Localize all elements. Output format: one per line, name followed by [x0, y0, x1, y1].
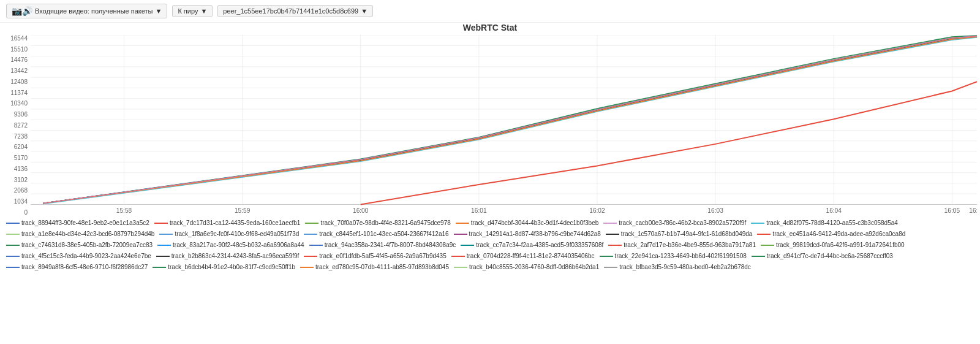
legend-color [153, 267, 166, 268]
legend-color [608, 245, 622, 246]
y-axis: 16544 15510 14476 13442 12408 11374 1034… [3, 35, 31, 216]
legend-item: track_ed780c95-07db-4111-ab85-97d893b8d0… [300, 262, 449, 272]
legend-color [752, 256, 765, 257]
legend-color [300, 267, 314, 268]
chevron-down-icon3: ▼ [361, 7, 368, 15]
chart-title: WebRTC Stat [0, 23, 980, 32]
legend-item: track_0704d228-ff9f-4c11-81e2-8744035406… [451, 251, 595, 261]
legend: track_88944ff3-90fe-48e1-9eb2-e0e1c1a3a5… [0, 216, 980, 275]
legend-item: track_b6dcb4b4-91e2-4b0e-81f7-c9cd9c50ff… [153, 262, 295, 272]
legend-color [305, 223, 318, 224]
legend-item: track_4d82f075-78d8-4120-aa55-c3b3c058d5… [751, 218, 898, 228]
peer-id-label: peer_1c55ee17bc0b47b71441e1c0c5d8c699 [223, 7, 358, 15]
legend-item: track_cacb00e3-f86c-46b2-bca3-8902a5720f… [603, 218, 746, 228]
video-dropdown-label: Входящие видео: полученные пакеты [35, 7, 153, 15]
legend-color [751, 223, 764, 224]
legend-color [6, 234, 20, 235]
peer-dropdown-label: К пиру [178, 7, 198, 15]
legend-item: track_88944ff3-90fe-48e1-9eb2-e0e1c1a3a5… [6, 218, 149, 228]
legend-color [761, 245, 774, 246]
legend-item: track_ec451a46-9412-49da-adee-a92d6ca0ca… [757, 229, 905, 239]
legend-color [156, 256, 170, 257]
legend-item: track_7dc17d31-ca12-4435-9eda-160ce1aecf… [154, 218, 301, 228]
legend-item: track_2af7d17e-b36e-4be9-855d-963ba7917a… [608, 240, 756, 250]
legend-color [456, 223, 469, 224]
legend-item: track_83a217ac-90f2-48c5-b032-a6a6906a8a… [157, 240, 304, 250]
legend-color [451, 256, 465, 257]
legend-item: track_b2b863c4-2314-4243-8fa5-ac96eca59f… [156, 251, 300, 261]
legend-item: track_a1e8e44b-d34e-42c3-bcd6-08797b294d… [6, 229, 154, 239]
legend-item: track_d474bcbf-3044-4b3c-9d1f-4dec1b0f3b… [456, 218, 599, 228]
toolbar: 📷🔊 Входящие видео: полученные пакеты ▼ К… [0, 0, 980, 23]
legend-color [304, 256, 317, 257]
legend-item: track_c8445ef1-101c-43ec-a504-23667f412a… [304, 229, 448, 239]
legend-item: track_c74631d8-38e5-405b-a2fb-72009ea7cc… [6, 240, 153, 250]
legend-color [604, 267, 617, 268]
legend-color [309, 245, 323, 246]
legend-color [154, 223, 168, 224]
legend-color [157, 245, 171, 246]
legend-item: track_94ac358a-2341-4f7b-8007-8bd484308a… [309, 240, 456, 250]
legend-color [454, 234, 467, 235]
legend-color [304, 234, 317, 235]
legend-color [6, 267, 20, 268]
svg-text:15:59: 15:59 [235, 207, 251, 214]
legend-color [159, 234, 173, 235]
legend-color [461, 245, 474, 246]
legend-item: track_22e941ca-1233-4649-bb6d-402f619915… [600, 251, 747, 261]
video-dropdown[interactable]: 📷🔊 Входящие видео: полученные пакеты ▼ [6, 4, 167, 18]
legend-color [454, 267, 467, 268]
legend-item: track_d941cf7c-de7d-44bc-bc6a-25687cccff… [752, 251, 893, 261]
legend-item: track_4f5c15c3-feda-44b9-9023-2aa424e6e7… [6, 251, 151, 261]
svg-text:16:03: 16:03 [707, 207, 723, 214]
chevron-down-icon2: ▼ [200, 7, 207, 15]
legend-color [600, 256, 613, 257]
svg-text:15:58: 15:58 [116, 207, 132, 214]
svg-text:16:05: 16:05 [944, 207, 960, 214]
legend-item: track_8949a8f8-6cf5-48e6-9710-f6f28986dc… [6, 262, 148, 272]
legend-item: track_142914a1-8d87-4f38-b796-c9be744d62… [454, 229, 601, 239]
svg-text:16:00: 16:00 [353, 207, 369, 214]
legend-item: track_99819dcd-0fa6-42f6-a991-91a72641fb… [761, 240, 905, 250]
chart-plot: 15:58 15:59 16:00 16:01 16:02 16:03 16:0… [31, 35, 977, 216]
legend-item: track_1f8a6e9c-fc0f-410c-9f68-ed49a051f7… [159, 229, 299, 239]
camera-icon: 📷🔊 [12, 6, 32, 16]
peer-id-dropdown[interactable]: peer_1c55ee17bc0b47b71441e1c0c5d8c699 ▼ [217, 5, 373, 17]
legend-color [6, 223, 20, 224]
svg-text:16:02: 16:02 [589, 207, 605, 214]
legend-item: track_bfbae3d5-9c59-480a-bed0-4eb2a2b678… [604, 262, 751, 272]
legend-color [6, 256, 20, 257]
chart-svg: 15:58 15:59 16:00 16:01 16:02 16:03 16:0… [31, 35, 977, 216]
legend-item: track_cc7a7c34-f2aa-4385-acd5-9f03335760… [461, 240, 603, 250]
legend-item: track_70f0a07e-98db-4f4e-8321-6a9475dce9… [305, 218, 450, 228]
legend-color [606, 234, 619, 235]
legend-color [757, 234, 771, 235]
legend-color [6, 245, 20, 246]
chevron-down-icon: ▼ [156, 7, 162, 15]
legend-item: track_1c570a67-b1b7-49a4-9fc1-61d68bd049… [606, 229, 753, 239]
legend-item: track_e0f1dfdb-5af5-4f45-a656-2a9a67b9d4… [304, 251, 446, 261]
legend-item: track_b40c8555-2036-4760-8dff-0d86b64b2d… [454, 262, 599, 272]
svg-text:16:01: 16:01 [471, 207, 487, 214]
legend-color [603, 223, 617, 224]
main-container: 📷🔊 Входящие видео: полученные пакеты ▼ К… [0, 0, 980, 344]
svg-text:16:04: 16:04 [826, 207, 842, 214]
peer-dropdown[interactable]: К пиру ▼ [172, 5, 213, 17]
svg-text:16:06: 16:06 [969, 207, 977, 214]
